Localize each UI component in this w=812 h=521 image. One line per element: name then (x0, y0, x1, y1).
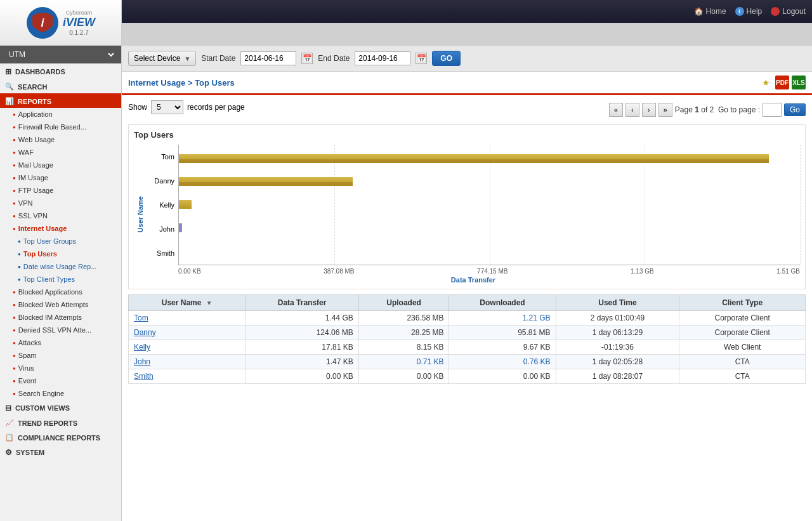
rows-per-page-select[interactable]: 5 10 25 50 100 (151, 100, 183, 114)
select-device-button[interactable]: Select Device ▼ (128, 51, 196, 66)
home-nav[interactable]: 🏠 Home (694, 7, 726, 16)
x-axis-label: Data Transfer (147, 276, 800, 284)
dot-icon: ● (13, 201, 16, 206)
start-date-calendar-icon[interactable]: 📅 (301, 53, 313, 64)
nav-attacks[interactable]: ● Attacks (0, 336, 121, 349)
username-link[interactable]: Tom (134, 313, 148, 322)
dot-icon: ● (13, 340, 16, 346)
nav-top-users[interactable]: ● Top Users (0, 247, 121, 260)
sidebar-item-custom[interactable]: ⊟ CUSTOM VIEWS (0, 400, 121, 415)
sidebar-item-trend[interactable]: 📈 TREND REPORTS (0, 415, 121, 430)
nav-spam-label: Spam (18, 352, 37, 359)
nav-mail-usage-label: Mail Usage (18, 161, 53, 169)
dot-icon: ● (13, 162, 16, 168)
nav-blocked-apps-label: Blocked Applications (18, 288, 82, 296)
filter-icon[interactable]: ▼ (206, 300, 213, 307)
dot-icon: ● (13, 391, 16, 397)
nav-top-user-groups-label: Top User Groups (23, 237, 76, 245)
excel-icon[interactable]: XLS (792, 76, 806, 89)
sidebar-item-system[interactable]: ⚙ SYSTEM (0, 444, 121, 459)
nav-web-usage[interactable]: ● Web Usage (0, 133, 121, 146)
logout-nav[interactable]: Logout (771, 7, 806, 16)
nav-vpn[interactable]: ● VPN (0, 197, 121, 209)
nav-waf[interactable]: ● WAF (0, 146, 121, 159)
nav-virus[interactable]: ● Virus (0, 362, 121, 374)
prev-page-button[interactable]: ‹ (625, 103, 639, 117)
nav-ftp-usage[interactable]: ● FTP Usage (0, 184, 121, 197)
nav-denied-ssl[interactable]: ● Denied SSL VPN Atte... (0, 324, 121, 336)
nav-im-usage-label: IM Usage (18, 174, 48, 181)
x-tick-0: 0.00 KB (178, 268, 201, 275)
version-label: 0.1.2.7 (63, 29, 95, 36)
dot-icon: ● (13, 353, 16, 359)
help-nav[interactable]: i Help (735, 7, 763, 16)
nav-search-engine[interactable]: ● Search Engine (0, 387, 121, 400)
username-link[interactable]: Smith (134, 372, 154, 381)
nav-event[interactable]: ● Event (0, 374, 121, 387)
sidebar-item-reports[interactable]: 📊 REPORTS (0, 93, 121, 108)
go-button[interactable]: GO (432, 51, 461, 66)
top-users-chart-section: Top Users User Name Tom Danny (128, 124, 806, 289)
pdf-icon[interactable]: PDF (775, 76, 789, 89)
nav-search-engine-label: Search Engine (18, 390, 64, 397)
start-date-input[interactable] (240, 51, 296, 65)
utm-selector[interactable]: UTM (0, 46, 121, 63)
username-link[interactable]: John (134, 357, 150, 366)
nav-im-usage[interactable]: ● IM Usage (0, 171, 121, 184)
uploaded-cell: 8.15 KB (358, 340, 449, 355)
data-transfer-cell: 1.44 GB (246, 311, 358, 326)
utm-dropdown[interactable]: UTM (5, 48, 116, 61)
nav-date-wise[interactable]: ● Date wise Usage Rep... (0, 260, 121, 273)
dot-active-icon: ● (18, 251, 21, 257)
go-page-button[interactable]: Go (784, 103, 806, 116)
nav-denied-ssl-label: Denied SSL VPN Atte... (18, 326, 91, 334)
uploaded-cell: 0.71 KB (358, 355, 449, 369)
sidebar-item-compliance[interactable]: 📋 COMPLIANCE REPORTS (0, 430, 121, 444)
current-page: 1 (695, 105, 699, 114)
downloaded-cell: 0.76 KB (449, 355, 556, 369)
bar-label-john: John (147, 225, 174, 233)
nav-blocked-apps[interactable]: ● Blocked Applications (0, 286, 121, 298)
nav-firewall[interactable]: ● Firewall Rule Based... (0, 121, 121, 133)
col-client-type: Client Type (679, 295, 806, 311)
table-row: John1.47 KB0.71 KB0.76 KB1 day 02:05:28C… (129, 355, 806, 369)
home-icon: 🏠 (694, 7, 704, 16)
dot-icon: ● (13, 150, 16, 155)
help-label: Help (747, 7, 763, 16)
dot-blue-icon: ● (18, 277, 21, 282)
nav-application[interactable]: ● Application (0, 108, 121, 121)
breadcrumb: Internet Usage > Top Users (128, 78, 235, 88)
sidebar-item-dashboards[interactable]: ⊞ DASHBOARDS (0, 63, 121, 79)
nav-blocked-im[interactable]: ● Blocked IM Attempts (0, 311, 121, 324)
page-info: Page 1 of 2 Go to page : (675, 105, 760, 114)
table-row: Danny124.06 MB28.25 MB95.81 MB1 day 06:1… (129, 326, 806, 340)
dot-icon: ● (13, 175, 16, 181)
nav-blocked-web[interactable]: ● Blocked Web Attempts (0, 298, 121, 311)
x-tick-2: 774.15 MB (477, 268, 508, 275)
first-page-button[interactable]: « (609, 103, 623, 117)
bar-label-tom: Tom (147, 153, 174, 161)
username-link[interactable]: Danny (134, 328, 156, 337)
sidebar-item-search[interactable]: 🔍 SEARCH (0, 79, 121, 93)
bar-label-danny: Danny (147, 177, 174, 185)
client-type-cell: Corporate Client (679, 326, 806, 340)
info-icon: i (735, 7, 744, 16)
dot-icon: ● (13, 289, 16, 295)
nav-spam[interactable]: ● Spam (0, 349, 121, 362)
page-number-input[interactable] (763, 103, 782, 117)
nav-mail-usage[interactable]: ● Mail Usage (0, 159, 121, 171)
star-icon[interactable]: ★ (759, 76, 773, 89)
dot-icon: ● (13, 315, 16, 320)
username-link[interactable]: Kelly (134, 343, 150, 352)
reports-icon: 📊 (5, 97, 14, 105)
used-time-cell: 1 day 02:05:28 (556, 355, 679, 369)
nav-ssl-vpn[interactable]: ● SSL VPN (0, 209, 121, 222)
custom-icon: ⊟ (5, 404, 11, 412)
last-page-button[interactable]: » (658, 103, 672, 117)
end-date-calendar-icon[interactable]: 📅 (416, 53, 427, 64)
nav-internet-usage[interactable]: ● Internet Usage (0, 222, 121, 235)
end-date-input[interactable] (355, 51, 410, 65)
nav-top-user-groups[interactable]: ● Top User Groups (0, 235, 121, 247)
nav-top-client-types[interactable]: ● Top Client Types (0, 273, 121, 286)
next-page-button[interactable]: › (642, 103, 656, 117)
